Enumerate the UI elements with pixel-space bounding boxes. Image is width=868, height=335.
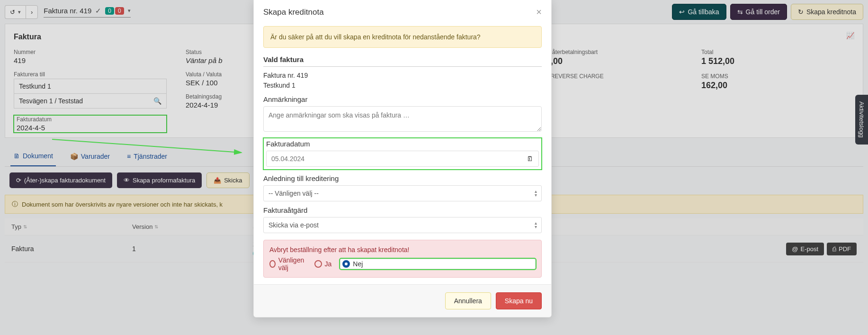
radio-icon — [314, 260, 322, 268]
radio-no-label: Nej — [353, 260, 363, 268]
create-creditnote-modal: Skapa kreditnota × Är du säker på att du… — [253, 0, 552, 317]
credit-reason-label: Anledning till kreditering — [263, 174, 542, 182]
chosen-invoice-line1: Faktura nr. 419 — [263, 71, 542, 81]
invoice-action-select[interactable]: Skicka via e-post — [263, 217, 542, 233]
modal-title: Skapa kreditnota — [263, 8, 324, 17]
radio-no[interactable]: Nej — [340, 259, 536, 269]
confirm-alert: Är du säker på att du vill skapa en kred… — [263, 26, 542, 48]
radio-icon — [269, 260, 276, 268]
credit-reason-value: -- Vänligen välj -- — [268, 190, 319, 197]
chosen-invoice-heading: Vald faktura — [263, 55, 542, 67]
invoice-action-label: Fakturaåtgärd — [263, 206, 542, 214]
create-now-button[interactable]: Skapa nu — [496, 292, 542, 309]
cancel-order-question: Avbryt beställning efter att ha skapat k… — [269, 246, 536, 254]
modal-body: Är du säker på att du vill skapa en kred… — [254, 24, 551, 284]
cancel-button[interactable]: Annullera — [445, 292, 491, 309]
invoice-date-input[interactable]: 05.04.2024 — [266, 151, 539, 167]
radio-yes-label: Ja — [325, 260, 332, 268]
remarks-textarea[interactable] — [263, 106, 542, 132]
invoice-date-modal-label: Fakturadatum — [266, 140, 539, 148]
modal-footer: Annullera Skapa nu — [254, 284, 551, 317]
invoice-action-value: Skicka via e-post — [268, 221, 319, 229]
remarks-label: Anmärkningar — [263, 95, 542, 103]
modal-header: Skapa kreditnota × — [254, 0, 551, 24]
invoice-date-input-value: 05.04.2024 — [271, 155, 304, 163]
radio-icon — [342, 260, 350, 268]
cancel-order-radios: Vänligen välj Ja Nej — [269, 256, 536, 272]
cancel-order-box: Avbryt beställning efter att ha skapat k… — [263, 240, 542, 278]
close-button[interactable]: × — [536, 7, 542, 18]
radio-please-choose[interactable]: Vänligen välj — [269, 256, 306, 272]
radio-yes[interactable]: Ja — [314, 260, 332, 268]
credit-reason-select[interactable]: -- Vänligen välj -- — [263, 185, 542, 201]
radio-please-label: Vänligen välj — [278, 256, 306, 272]
chosen-invoice-line2: Testkund 1 — [263, 81, 542, 91]
